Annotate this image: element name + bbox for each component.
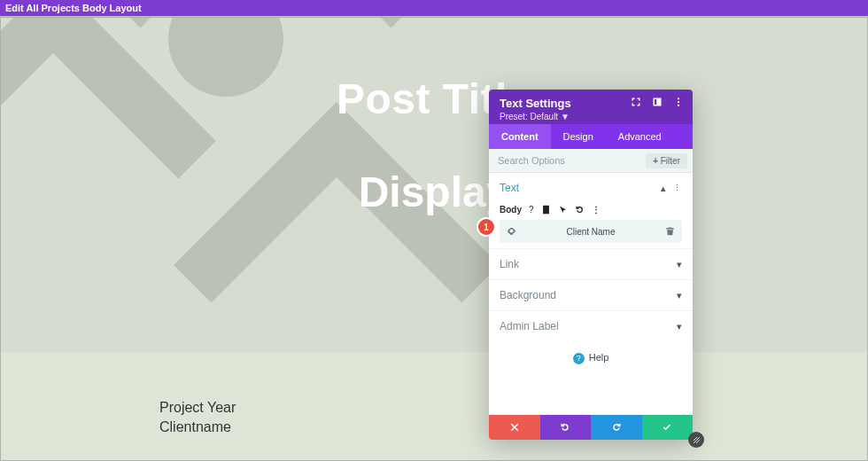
svg-point-0 [678,98,679,99]
expand-icon[interactable] [631,97,641,110]
search-input[interactable] [489,149,646,172]
help-link[interactable]: Help [489,341,693,375]
resize-handle[interactable] [688,432,704,448]
section-admin-label[interactable]: Admin Label [489,310,693,341]
dock-icon[interactable] [652,97,663,110]
tab-design[interactable]: Design [551,124,606,149]
preset-selector[interactable]: Preset: Default ▼ [500,112,684,121]
tab-advanced[interactable]: Advanced [606,124,674,149]
chevron-down-icon [677,259,682,270]
body-label: Body [500,205,522,215]
section-link-label: Link [500,258,519,270]
section-background[interactable]: Background [489,279,693,310]
step-badge-1: 1 [478,219,494,235]
panel-footer [489,415,693,440]
panel-tabs: Content Design Advanced [489,124,693,149]
undo-button[interactable] [540,415,592,440]
tab-content[interactable]: Content [489,124,551,149]
chevron-up-icon [661,183,666,194]
project-year-label: Project Year [159,398,236,418]
hero-display-text: Display [0,168,868,216]
svg-point-2 [678,105,679,106]
chevron-down-icon [677,321,682,332]
body-label-strip: Body ? ⋮ [500,205,682,215]
stage: Post Title Display Project Year Clientna… [0,16,868,461]
panel-title: Text Settings [500,97,571,110]
top-bar-title: Edit All Projects Body Layout [5,3,142,13]
svg-rect-3 [543,206,549,215]
section-text[interactable]: Text ⋮ [489,173,693,203]
client-name-label: Clientname [159,418,236,437]
project-meta: Project Year Clientname [159,398,236,436]
body-field-row: Body ? ⋮ Client Name [489,203,693,248]
help-icon[interactable]: ? [529,205,534,215]
hover-icon[interactable] [558,205,568,215]
trash-icon[interactable] [665,226,675,238]
section-more-icon[interactable]: ⋮ [673,184,682,192]
filter-button[interactable]: Filter [646,153,687,168]
hero-section: Post Title Display [0,17,868,352]
section-admin-label-label: Admin Label [500,320,559,332]
more-icon[interactable] [673,97,684,110]
top-bar: Edit All Projects Body Layout [0,0,868,16]
hero-post-title: Post Title [0,74,868,123]
chevron-down-icon [677,290,682,301]
tablet-icon[interactable] [541,205,551,215]
gear-icon[interactable] [507,226,516,238]
redo-button[interactable] [591,415,642,440]
panel-header: Text Settings Preset: Default ▼ [489,90,693,124]
reset-icon[interactable] [575,205,585,215]
field-name-label: Client Name [516,227,665,237]
cancel-button[interactable] [489,415,540,440]
confirm-button[interactable] [642,415,694,440]
section-link[interactable]: Link [489,248,693,279]
decorative-chevron [174,102,500,352]
section-text-label: Text [500,182,519,194]
search-row: Filter [489,149,693,173]
field-more-icon[interactable]: ⋮ [592,205,601,215]
svg-point-1 [678,101,679,103]
section-list: Text ⋮ Body ? ⋮ Client Name [489,173,693,415]
section-background-label: Background [500,289,556,301]
text-settings-panel: Text Settings Preset: Default ▼ Content … [489,90,693,440]
dynamic-content-field[interactable]: Client Name [500,220,682,243]
